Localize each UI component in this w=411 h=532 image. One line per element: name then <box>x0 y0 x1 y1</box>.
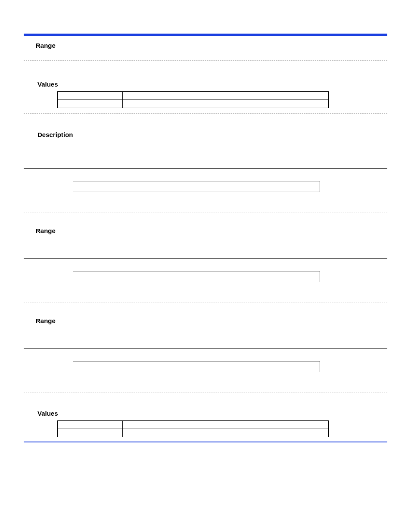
definition-main <box>73 271 269 282</box>
values-cell <box>123 429 329 437</box>
definition-side <box>269 361 320 372</box>
definition-side <box>269 271 320 282</box>
values-cell <box>123 100 329 108</box>
description-label: Description <box>37 131 387 138</box>
table-row <box>58 421 329 429</box>
range-label: Range <box>36 227 387 234</box>
divider-dashed <box>24 60 387 61</box>
divider-dashed <box>24 212 387 212</box>
divider-dashed <box>24 113 387 114</box>
table-row <box>58 92 329 100</box>
definition-main <box>73 361 269 372</box>
divider-solid <box>24 348 387 349</box>
values-cell <box>58 92 123 100</box>
values-cell <box>58 429 123 437</box>
table-row <box>58 429 329 437</box>
definition-row <box>73 271 387 282</box>
definition-main <box>73 181 269 192</box>
values-label: Values <box>37 410 387 417</box>
values-cell <box>123 421 329 429</box>
top-rule <box>24 34 387 36</box>
document-page: Range Values Description Range Range Val <box>0 34 411 442</box>
divider-dashed <box>24 392 387 392</box>
bottom-rule <box>24 442 387 442</box>
definition-row <box>73 361 387 372</box>
range-label: Range <box>36 317 387 324</box>
definition-row <box>73 181 387 192</box>
values-cell <box>58 100 123 108</box>
divider-dashed <box>24 302 387 302</box>
table-row <box>58 100 329 108</box>
range-label: Range <box>36 42 387 49</box>
values-label: Values <box>37 81 387 88</box>
divider-solid <box>24 168 387 169</box>
values-table <box>57 91 329 108</box>
divider-solid <box>24 258 387 259</box>
values-cell <box>58 421 123 429</box>
values-cell <box>123 92 329 100</box>
definition-side <box>269 181 320 192</box>
values-table <box>57 420 329 437</box>
